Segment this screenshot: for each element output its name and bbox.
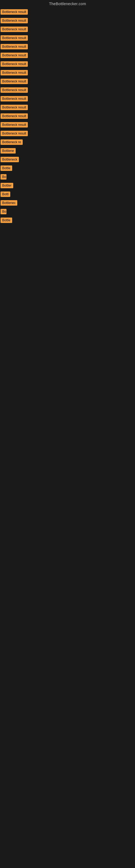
list-item: Bottleneck result	[0, 69, 135, 78]
bottleneck-result-badge[interactable]: Bottl	[1, 191, 10, 197]
list-item: Bottleneck result	[0, 43, 135, 52]
list-item: Bottleneck result	[0, 78, 135, 86]
list-item: Bottleneck result	[0, 130, 135, 138]
list-item: Bottle	[0, 164, 135, 173]
bottleneck-result-badge[interactable]: Bottleneck result	[1, 122, 28, 127]
bottleneck-result-badge[interactable]: Bottleneck result	[1, 105, 28, 110]
bottleneck-result-badge[interactable]: Bottleneck result	[1, 87, 28, 93]
list-item: Bottl	[0, 190, 135, 199]
list-item: Bottleneck result	[0, 86, 135, 95]
site-title: TheBottlenecker.com	[0, 0, 135, 8]
bottleneck-result-badge[interactable]: Bottleneck	[1, 157, 19, 162]
list-item: Bo	[0, 208, 135, 216]
bottleneck-result-badge[interactable]: Bo	[1, 209, 6, 214]
bottleneck-result-badge[interactable]: Bottle	[1, 218, 12, 223]
bottleneck-result-badge[interactable]: Bottlenec	[1, 200, 17, 206]
bottleneck-result-badge[interactable]: Bottleneck result	[1, 27, 28, 32]
bottleneck-result-badge[interactable]: Bottleneck re	[1, 140, 23, 145]
list-item: Bottleneck result	[0, 17, 135, 26]
list-item: Bottleneck result	[0, 52, 135, 60]
list-item: Bottleneck	[0, 156, 135, 164]
bottleneck-result-badge[interactable]: Bottleneck result	[1, 96, 28, 101]
bottleneck-result-badge[interactable]: Bottleneck result	[1, 35, 28, 41]
list-item: Bottleneck result	[0, 60, 135, 69]
bottleneck-result-badge[interactable]: Bottler	[1, 183, 13, 188]
bottleneck-result-badge[interactable]: Bottle	[1, 165, 12, 171]
list-item: Bottleneck result	[0, 95, 135, 104]
list-item: Bottleneck result	[0, 26, 135, 34]
bottleneck-result-badge[interactable]: Bottleneck result	[1, 79, 28, 84]
list-item: Bottleneck result	[0, 34, 135, 43]
bottleneck-result-badge[interactable]: Bottleneck result	[1, 61, 28, 67]
list-item: Bottleneck re	[0, 138, 135, 147]
list-item: Bottleneck result	[0, 104, 135, 112]
bottleneck-result-badge[interactable]: Bottleneck result	[1, 113, 28, 119]
bottleneck-result-badge[interactable]: Bottleneck result	[1, 18, 28, 23]
list-item: Bottleneck result	[0, 121, 135, 130]
bottleneck-result-badge[interactable]: Bottleneck result	[1, 9, 28, 14]
list-item: Bottler	[0, 182, 135, 190]
bottleneck-result-badge[interactable]: Bottlene	[1, 148, 16, 154]
bottleneck-result-badge[interactable]: Bottleneck result	[1, 131, 28, 136]
bottleneck-result-badge[interactable]: Bottleneck result	[1, 53, 28, 58]
list-item: Bottle	[0, 216, 135, 225]
list-item: Bo	[0, 173, 135, 182]
list-item: Bottleneck result	[0, 8, 135, 17]
bottleneck-result-badge[interactable]: Bottleneck result	[1, 44, 28, 50]
list-item: Bottlenec	[0, 199, 135, 208]
list-item: Bottleneck result	[0, 112, 135, 121]
bottleneck-result-badge[interactable]: Bo	[1, 174, 6, 180]
bottleneck-result-badge[interactable]: Bottleneck result	[1, 70, 28, 75]
list-item: Bottlene	[0, 147, 135, 156]
